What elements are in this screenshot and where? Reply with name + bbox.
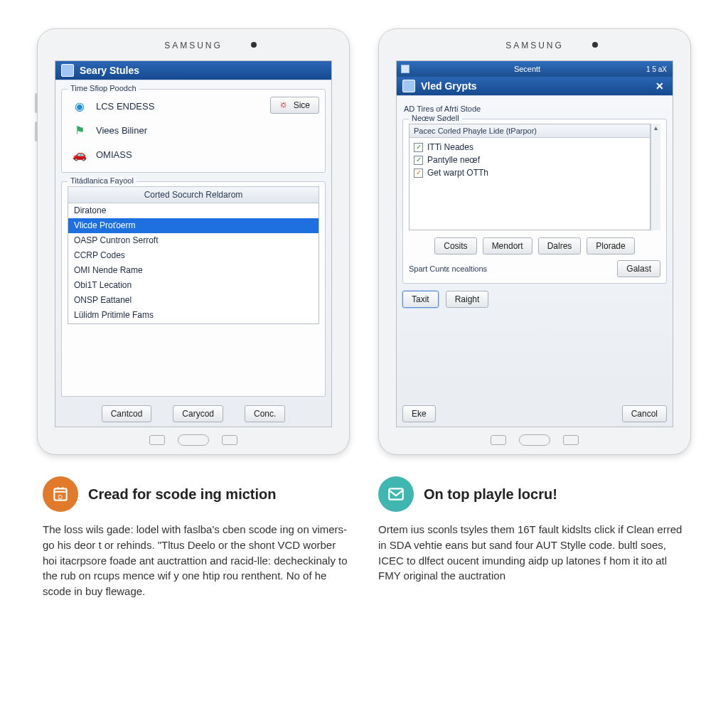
- checkbox-icon[interactable]: [414, 156, 423, 165]
- os-titlebar: Secentt 1 5 aX: [397, 61, 673, 77]
- recent-softkey[interactable]: [222, 435, 237, 445]
- list-column-header: Corted Socurch Reldarom: [68, 186, 319, 203]
- dialog-button-row: Eke Cancol: [402, 405, 667, 422]
- list-item[interactable]: 🚗 OMIASS: [68, 142, 270, 166]
- cosits-button[interactable]: Cosits: [434, 237, 476, 255]
- galast-button[interactable]: Galast: [617, 260, 660, 277]
- list-row[interactable]: OMI Nende Rame: [68, 263, 318, 278]
- window-title: Vled Grypts: [421, 80, 477, 92]
- check-item[interactable]: ITTi Neades: [414, 141, 646, 154]
- close-icon[interactable]: ✕: [653, 80, 667, 92]
- tablet-nav-row: [149, 434, 237, 446]
- recent-softkey[interactable]: [563, 435, 579, 445]
- calendar-icon: D: [43, 476, 78, 512]
- group-legend: Neœw Sødell: [409, 114, 462, 122]
- list-row[interactable]: Obi1T Lecation: [68, 278, 318, 293]
- cancol-button[interactable]: Cancol: [622, 405, 667, 422]
- list-item[interactable]: ◉ LCS ENDESS: [68, 94, 270, 118]
- cantcod-button[interactable]: Cantcod: [102, 405, 152, 422]
- titlebar-caption: Secentt: [514, 65, 540, 73]
- feature-column-right: On top playle locru! Ortem ius sconls ts…: [378, 476, 685, 599]
- home-button[interactable]: [519, 434, 550, 446]
- tablet-side-button[interactable]: [35, 122, 38, 141]
- check-item[interactable]: Get warpt OTTh: [414, 166, 646, 179]
- list-row[interactable]: Diratone: [68, 203, 318, 218]
- group-legend: Titádlanica Fayool: [68, 176, 136, 185]
- window-title-bar: Vled Grypts ✕: [397, 77, 673, 95]
- app-icon: [402, 80, 415, 92]
- back-softkey[interactable]: [491, 435, 506, 445]
- list-item-label: OMIASS: [96, 149, 132, 160]
- tablet-brand: SAMSUNG: [164, 41, 223, 50]
- feature-body: Ortem ius sconls tsyles them 16T fault k…: [378, 522, 685, 584]
- list-row[interactable]: CCRP Codes: [68, 248, 318, 263]
- list-row-selected[interactable]: Vlicde Proťoerm: [68, 218, 318, 233]
- tablet-screen-right: Secentt 1 5 aX Vled Grypts ✕ AD Tires of…: [396, 60, 673, 427]
- window-title-bar: Seary Stules: [55, 61, 331, 80]
- list-item-label: LCS ENDESS: [96, 101, 154, 112]
- gear-icon: ⛭: [279, 100, 288, 110]
- group-new-sodell: Neœw Sødell Pacec Corled Phayle Lide (tP…: [402, 119, 667, 284]
- check-list-header: Pacec Corled Phayle Lide (tParpor): [410, 124, 650, 138]
- list-row[interactable]: OASP Cuntron Serroft: [68, 233, 318, 248]
- tablet-camera: [251, 42, 257, 48]
- home-button[interactable]: [178, 434, 209, 446]
- list-row[interactable]: ONSP Eattanel: [68, 293, 318, 308]
- svg-rect-2: [389, 488, 403, 499]
- window-title: Seary Stules: [80, 65, 139, 76]
- app-icon: [61, 64, 74, 77]
- tablet-left: SAMSUNG Seary Stules Time Sfiop Poodch ◉: [37, 28, 350, 455]
- list-item[interactable]: ⚑ Viees Biliner: [68, 118, 270, 142]
- globe-icon: ◉: [70, 98, 89, 114]
- dialog-button-row: Cantcod Carycod Conc.: [61, 405, 326, 422]
- conc-button[interactable]: Conc.: [245, 405, 285, 422]
- tablet-nav-row: [491, 434, 579, 446]
- back-softkey[interactable]: [149, 435, 165, 445]
- tablet-right: SAMSUNG Secentt 1 5 aX Vled Grypts ✕: [378, 28, 691, 455]
- sice-button[interactable]: ⛭ Sice: [270, 97, 319, 114]
- feature-body: The loss wils gade: lodel with faslba's …: [43, 522, 350, 599]
- check-item-label: Pantylle neœf: [427, 155, 480, 165]
- feature-title: Cread for scode ing miction: [88, 486, 276, 503]
- window-controls-text[interactable]: 1 5 aX: [645, 65, 668, 73]
- svg-text:D: D: [58, 493, 63, 500]
- listbox[interactable]: Diratone Vlicde Proťoerm OASP Cuntron Se…: [68, 203, 319, 324]
- checkbox-icon[interactable]: [414, 168, 423, 178]
- scrollbar[interactable]: ▴: [651, 124, 660, 230]
- window-controls[interactable]: 1 5 aX: [645, 65, 668, 73]
- tablet-camera: [592, 42, 598, 48]
- taxit-button[interactable]: Taxit: [402, 291, 439, 308]
- check-item-label: ITTi Neades: [427, 142, 473, 152]
- car-icon: 🚗: [70, 146, 89, 162]
- feature-columns: D Cread for scode ing miction The loss w…: [28, 476, 700, 599]
- mendort-button[interactable]: Mendort: [483, 237, 532, 255]
- feature-column-left: D Cread for scode ing miction The loss w…: [43, 476, 350, 599]
- tablet-screen-left: Seary Stules Time Sfiop Poodch ◉ LCS END…: [55, 60, 332, 427]
- raight-button[interactable]: Raight: [446, 291, 489, 308]
- feature-title: On top playle locru!: [424, 486, 557, 503]
- dalres-button[interactable]: Dalres: [538, 237, 582, 255]
- plorade-button[interactable]: Plorade: [587, 237, 634, 255]
- check-item-label: Get warpt OTTh: [427, 168, 488, 178]
- group-time-shop: Time Sfiop Poodch ◉ LCS ENDESS ⚑ Viees B…: [61, 89, 326, 173]
- subtitle-label: AD Tires of Afrti Stode: [404, 105, 667, 113]
- tablet-brand: SAMSUNG: [505, 41, 564, 50]
- group-list: Titádlanica Fayool Corted Socurch Reldar…: [61, 181, 326, 397]
- carycod-button[interactable]: Carycod: [173, 405, 223, 422]
- group-legend: Time Sfiop Poodch: [68, 84, 139, 92]
- spart-label: Spart Cuntε ncealtions: [409, 264, 487, 273]
- check-item[interactable]: Pantylle neœf: [414, 154, 646, 166]
- window-icon: [401, 65, 410, 73]
- list-item-label: Viees Biliner: [96, 125, 147, 136]
- flags-icon: ⚑: [70, 122, 89, 138]
- eke-button[interactable]: Eke: [402, 405, 436, 422]
- mail-icon: [378, 476, 414, 512]
- checkbox-icon[interactable]: [414, 143, 423, 152]
- list-row[interactable]: Lülidm Pritimle Fams: [68, 308, 318, 323]
- tablet-side-button[interactable]: [35, 93, 38, 113]
- check-list: Pacec Corled Phayle Lide (tParpor) ITTi …: [409, 124, 651, 230]
